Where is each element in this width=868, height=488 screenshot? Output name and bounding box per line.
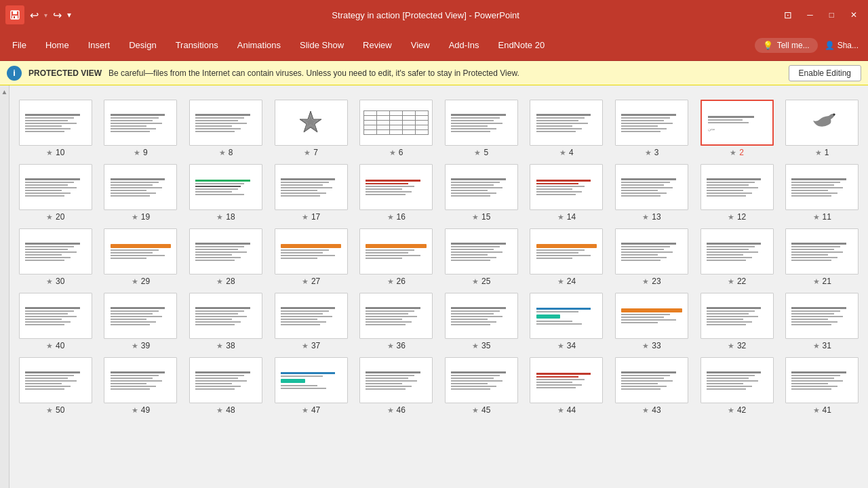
slide-item[interactable]: ★30 (13, 224, 98, 289)
slide-item[interactable]: ★27 (269, 224, 354, 289)
slide-number: 11 (823, 212, 831, 222)
slide-number: 25 (481, 277, 490, 286)
slide-item[interactable]: ★49 (98, 353, 184, 418)
close-btn[interactable]: ✕ (845, 9, 863, 21)
slide-item[interactable]: ★35 (439, 289, 524, 353)
slide-item[interactable]: متن ★2 (694, 96, 780, 160)
slide-star-icon: ★ (557, 213, 564, 222)
slide-item[interactable]: ★13 (609, 160, 694, 224)
slide-item[interactable]: ★20 (13, 160, 98, 224)
slide-item[interactable]: ★16 (353, 160, 439, 224)
slide-star-icon: ★ (46, 406, 53, 415)
tab-animations[interactable]: Animations (228, 30, 290, 60)
slide-star-icon: ★ (46, 213, 53, 222)
slide-item[interactable]: ★46 (353, 353, 439, 418)
slide-item[interactable]: ★24 (524, 224, 610, 289)
slide-item[interactable]: ★40 (13, 289, 98, 353)
tab-slideshow[interactable]: Slide Show (290, 30, 353, 60)
slide-item[interactable]: ★11 (779, 160, 865, 224)
undo-btn[interactable]: ↩ (30, 9, 39, 22)
left-scrollbar[interactable]: ▲ (0, 85, 9, 488)
slide-item[interactable]: ★22 (694, 224, 780, 289)
slide-item[interactable]: ★43 (609, 353, 694, 418)
slide-thumb-6 (359, 100, 433, 146)
slide-thumb-14 (530, 164, 603, 210)
slide-thumb-24 (530, 228, 603, 274)
slide-item[interactable]: ★36 (353, 289, 439, 353)
slide-item[interactable]: ★4 (524, 96, 610, 160)
lightbulb-icon: 💡 (763, 41, 773, 50)
tab-file[interactable]: File (3, 30, 36, 60)
tab-review[interactable]: Review (353, 30, 401, 60)
save-icon[interactable] (5, 5, 24, 24)
slide-item[interactable]: ★7 (269, 96, 354, 160)
minimize-btn[interactable]: ─ (802, 9, 818, 21)
slide-item[interactable]: ★31 (779, 289, 865, 353)
slide-item[interactable]: ★32 (694, 289, 780, 353)
tab-transitions[interactable]: Transitions (166, 30, 228, 60)
slide-thumb-15 (445, 164, 518, 210)
slide-item[interactable]: ★39 (98, 289, 184, 353)
slide-item[interactable]: ★3 (609, 96, 694, 160)
slide-item[interactable]: ★12 (694, 160, 780, 224)
slide-item[interactable]: ★29 (98, 224, 184, 289)
slide-item[interactable]: ★28 (183, 224, 269, 289)
slide-item[interactable]: ★37 (269, 289, 354, 353)
slide-thumb-26 (359, 228, 433, 274)
slide-number: 13 (652, 212, 660, 222)
slide-item[interactable]: ★50 (13, 353, 98, 418)
slide-item[interactable]: ★23 (609, 224, 694, 289)
slide-thumb-30 (19, 228, 92, 274)
slide-item[interactable]: ★17 (269, 160, 354, 224)
slide-item[interactable]: ★34 (524, 289, 610, 353)
slide-number: 22 (737, 277, 746, 286)
slide-item[interactable]: ★8 (183, 96, 269, 160)
redo-btn[interactable]: ↪ (53, 9, 62, 22)
tab-endnote[interactable]: EndNote 20 (488, 30, 554, 60)
slide-item[interactable]: ★19 (98, 160, 184, 224)
slide-item[interactable]: ★45 (439, 353, 524, 418)
slide-item[interactable]: ★47 (269, 353, 354, 418)
tab-home[interactable]: Home (36, 30, 79, 60)
slide-item[interactable]: ★48 (183, 353, 269, 418)
slide-star-icon: ★ (815, 148, 822, 157)
slide-item[interactable]: ★33 (609, 289, 694, 353)
slide-star-icon: ★ (387, 342, 394, 350)
slide-thumb-18 (189, 164, 262, 210)
slide-item[interactable]: ★10 (13, 96, 98, 160)
slide-star-icon: ★ (472, 213, 479, 222)
slide-item[interactable]: ★15 (439, 160, 524, 224)
slide-item[interactable]: ★5 (439, 96, 524, 160)
slide-item[interactable]: ★1 (779, 96, 865, 160)
user-section[interactable]: 👤 Sha... (818, 38, 865, 53)
slide-item[interactable]: ★21 (779, 224, 865, 289)
slide-item[interactable]: ★42 (694, 353, 780, 418)
slide-item[interactable]: ★18 (183, 160, 269, 224)
slide-number: 39 (141, 341, 150, 350)
enable-editing-button[interactable]: Enable Editing (789, 65, 861, 81)
slide-item[interactable]: ★44 (524, 353, 610, 418)
tab-insert[interactable]: Insert (79, 30, 120, 60)
slide-number: 15 (481, 212, 490, 222)
ribbon-display-btn[interactable]: ⊡ (780, 8, 796, 22)
slide-item[interactable]: ★6 (353, 96, 439, 160)
tab-addins[interactable]: Add-Ins (439, 30, 489, 60)
tab-view[interactable]: View (401, 30, 439, 60)
slide-thumb-46 (359, 357, 433, 403)
slide-number: 49 (141, 405, 150, 415)
slide-number: 4 (569, 148, 574, 157)
slide-thumb-35 (445, 293, 518, 339)
slide-thumb-17 (275, 164, 348, 210)
slide-star-icon: ★ (46, 277, 53, 286)
slide-item[interactable]: ★25 (439, 224, 524, 289)
slide-item[interactable]: ★26 (353, 224, 439, 289)
slide-item[interactable]: ★9 (98, 96, 184, 160)
maximize-btn[interactable]: □ (824, 9, 840, 21)
slide-number: 3 (654, 148, 659, 157)
search-box[interactable]: 💡 Tell me... (755, 38, 818, 53)
tab-design[interactable]: Design (119, 30, 165, 60)
slide-item[interactable]: ★14 (524, 160, 610, 224)
slide-item[interactable]: ★38 (183, 289, 269, 353)
slide-item[interactable]: ★41 (779, 353, 865, 418)
slide-star-icon: ★ (813, 342, 820, 350)
